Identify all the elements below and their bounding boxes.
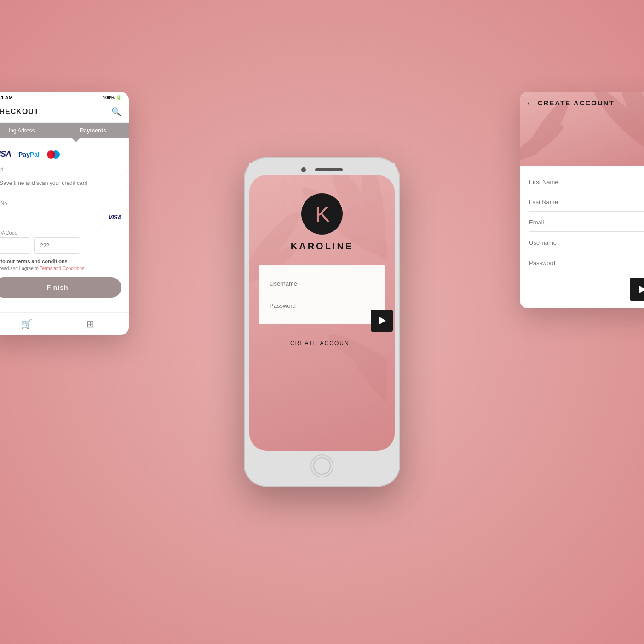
phone-frame: K KAROLINE CREATE ACCOUNT: [244, 157, 400, 487]
visa-logo: VISA: [0, 150, 11, 159]
card-no-label: d #No: [0, 201, 121, 206]
cvv-input-value[interactable]: [34, 237, 80, 254]
password-input[interactable]: [270, 299, 374, 313]
password-input[interactable]: [529, 254, 644, 272]
tab-indicator: [72, 138, 80, 142]
checkout-header: CHECKOUT 🔍: [0, 103, 129, 123]
card-number-input[interactable]: [0, 209, 104, 225]
right-phone: ‹ CREATE ACCOUNT: [520, 92, 644, 308]
username-input[interactable]: [270, 276, 374, 291]
last-name-input[interactable]: [529, 193, 644, 212]
bottom-nav: 🛒 ⊞: [0, 312, 129, 335]
next-arrow-icon: [639, 286, 644, 293]
cvv-input-small[interactable]: [0, 237, 30, 254]
logo-letter: K: [315, 201, 329, 227]
app-logo-circle: K: [301, 193, 343, 235]
screen-content: K KAROLINE CREATE ACCOUNT: [249, 175, 395, 451]
home-button[interactable]: [310, 454, 334, 477]
finish-button[interactable]: Finish: [0, 277, 121, 298]
next-button[interactable]: [630, 278, 644, 301]
create-account-title: CREATE ACCOUNT: [538, 99, 615, 107]
terms-text: ve read and I agree to Terms and Conditi…: [0, 266, 121, 271]
center-phone: K KAROLINE CREATE ACCOUNT: [244, 157, 400, 487]
cart-icon[interactable]: 🛒: [21, 318, 32, 329]
paypal-logo: PayPal: [18, 151, 40, 158]
card-label: card: [0, 167, 121, 172]
maestro-logo: [47, 150, 60, 159]
checkout-tabs: ing Adress Payments: [0, 123, 129, 138]
username-input[interactable]: [529, 234, 644, 252]
create-account-header-bar: ‹ CREATE ACCOUNT: [520, 92, 644, 114]
checkout-title: CHECKOUT: [0, 108, 39, 116]
back-button[interactable]: ‹: [527, 98, 530, 108]
phone-notch: [249, 163, 395, 175]
create-account-header-bg: ‹ CREATE ACCOUNT: [520, 92, 644, 166]
play-triangle-icon: [380, 317, 386, 324]
cvv-label: CVV-Code: [0, 230, 80, 236]
home-button-inner: [313, 457, 331, 475]
battery-indicator: 100% 🔋: [103, 95, 121, 100]
battery-icon: 🔋: [116, 95, 121, 100]
camera-dot: [301, 167, 306, 172]
app-name: KAROLINE: [291, 241, 353, 252]
terms-link[interactable]: Terms and Conditions.: [40, 266, 86, 271]
play-button[interactable]: [371, 310, 393, 332]
search-icon[interactable]: 🔍: [111, 107, 121, 117]
phone-screen: K KAROLINE CREATE ACCOUNT: [249, 175, 395, 451]
terms-heading: ee to our terms and conditions: [0, 259, 121, 264]
visa-card-logo: VISA: [108, 213, 121, 221]
grid-icon[interactable]: ⊞: [86, 318, 94, 329]
speaker-bar: [315, 168, 343, 171]
create-account-form: [520, 166, 644, 308]
create-account-link[interactable]: CREATE ACCOUNT: [290, 340, 354, 346]
payment-methods: VISA PayPal: [0, 150, 121, 159]
card-number-row: VISA: [0, 209, 121, 225]
tab-address[interactable]: ing Adress: [0, 123, 58, 138]
checkout-content: VISA PayPal card d #No VISA CVV-Code ee …: [0, 142, 129, 312]
status-time: 9:41 AM: [0, 95, 13, 100]
first-name-input[interactable]: [529, 173, 644, 191]
login-card: [259, 265, 385, 324]
status-bar: 9:41 AM 100% 🔋: [0, 92, 129, 103]
scan-card-input[interactable]: [0, 175, 121, 191]
email-input[interactable]: [529, 213, 644, 232]
left-phone: 9:41 AM 100% 🔋 CHECKOUT 🔍 ing Adress Pay…: [0, 92, 129, 335]
maestro-red-circle: [47, 150, 55, 159]
tab-payments[interactable]: Payments: [58, 123, 129, 138]
